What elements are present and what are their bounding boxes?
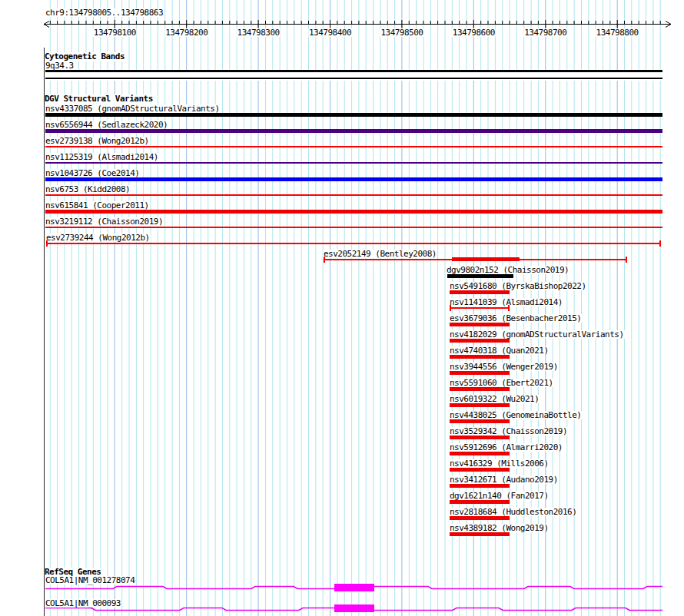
gene-exon[interactable] — [334, 604, 374, 612]
genome-browser-canvas: chr9:134798005..134798863 13479810013479… — [0, 0, 684, 616]
gene-exon[interactable] — [334, 584, 374, 591]
gene-label[interactable]: COL5A1|NM_001278074 — [45, 576, 135, 585]
gene-label[interactable]: COL5A1|NM_000093 — [45, 599, 121, 608]
gene-structure-layer — [0, 0, 684, 616]
